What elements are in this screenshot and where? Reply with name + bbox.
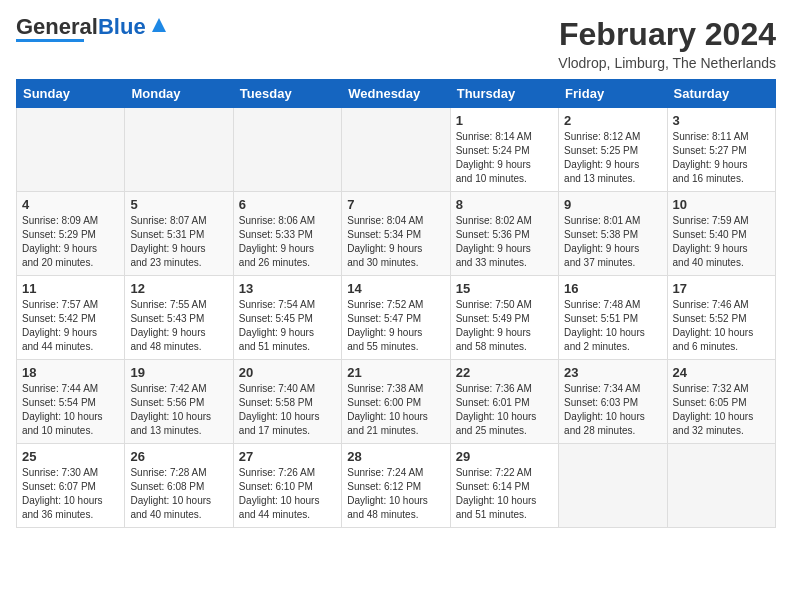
calendar-week-row: 4Sunrise: 8:09 AM Sunset: 5:29 PM Daylig… [17, 192, 776, 276]
day-info: Sunrise: 8:07 AM Sunset: 5:31 PM Dayligh… [130, 214, 227, 270]
day-info: Sunrise: 7:32 AM Sunset: 6:05 PM Dayligh… [673, 382, 770, 438]
day-info: Sunrise: 8:12 AM Sunset: 5:25 PM Dayligh… [564, 130, 661, 186]
calendar-cell [233, 108, 341, 192]
day-number: 16 [564, 281, 661, 296]
calendar-cell: 19Sunrise: 7:42 AM Sunset: 5:56 PM Dayli… [125, 360, 233, 444]
day-info: Sunrise: 7:52 AM Sunset: 5:47 PM Dayligh… [347, 298, 444, 354]
page-header: GeneralBlue February 2024 Vlodrop, Limbu… [16, 16, 776, 71]
day-info: Sunrise: 8:11 AM Sunset: 5:27 PM Dayligh… [673, 130, 770, 186]
day-number: 10 [673, 197, 770, 212]
title-block: February 2024 Vlodrop, Limburg, The Neth… [558, 16, 776, 71]
day-of-week-header: Saturday [667, 80, 775, 108]
logo: GeneralBlue [16, 16, 170, 42]
day-info: Sunrise: 7:46 AM Sunset: 5:52 PM Dayligh… [673, 298, 770, 354]
day-number: 20 [239, 365, 336, 380]
day-number: 4 [22, 197, 119, 212]
day-number: 17 [673, 281, 770, 296]
calendar-cell: 29Sunrise: 7:22 AM Sunset: 6:14 PM Dayli… [450, 444, 558, 528]
calendar-header-row: SundayMondayTuesdayWednesdayThursdayFrid… [17, 80, 776, 108]
day-info: Sunrise: 8:09 AM Sunset: 5:29 PM Dayligh… [22, 214, 119, 270]
calendar-cell: 20Sunrise: 7:40 AM Sunset: 5:58 PM Dayli… [233, 360, 341, 444]
calendar-cell [559, 444, 667, 528]
day-info: Sunrise: 7:59 AM Sunset: 5:40 PM Dayligh… [673, 214, 770, 270]
calendar-cell: 9Sunrise: 8:01 AM Sunset: 5:38 PM Daylig… [559, 192, 667, 276]
day-info: Sunrise: 7:22 AM Sunset: 6:14 PM Dayligh… [456, 466, 553, 522]
day-number: 24 [673, 365, 770, 380]
day-info: Sunrise: 7:57 AM Sunset: 5:42 PM Dayligh… [22, 298, 119, 354]
day-number: 23 [564, 365, 661, 380]
logo-arrow-icon [148, 14, 170, 36]
calendar-table: SundayMondayTuesdayWednesdayThursdayFrid… [16, 79, 776, 528]
day-number: 18 [22, 365, 119, 380]
day-of-week-header: Monday [125, 80, 233, 108]
calendar-cell: 28Sunrise: 7:24 AM Sunset: 6:12 PM Dayli… [342, 444, 450, 528]
calendar-cell: 15Sunrise: 7:50 AM Sunset: 5:49 PM Dayli… [450, 276, 558, 360]
day-info: Sunrise: 7:26 AM Sunset: 6:10 PM Dayligh… [239, 466, 336, 522]
day-of-week-header: Wednesday [342, 80, 450, 108]
day-number: 22 [456, 365, 553, 380]
calendar-cell [125, 108, 233, 192]
logo-bar [16, 39, 84, 42]
day-number: 8 [456, 197, 553, 212]
day-number: 29 [456, 449, 553, 464]
day-info: Sunrise: 7:44 AM Sunset: 5:54 PM Dayligh… [22, 382, 119, 438]
svg-marker-0 [152, 18, 166, 32]
day-info: Sunrise: 8:14 AM Sunset: 5:24 PM Dayligh… [456, 130, 553, 186]
calendar-week-row: 1Sunrise: 8:14 AM Sunset: 5:24 PM Daylig… [17, 108, 776, 192]
day-number: 6 [239, 197, 336, 212]
calendar-cell: 24Sunrise: 7:32 AM Sunset: 6:05 PM Dayli… [667, 360, 775, 444]
day-info: Sunrise: 7:34 AM Sunset: 6:03 PM Dayligh… [564, 382, 661, 438]
calendar-cell: 16Sunrise: 7:48 AM Sunset: 5:51 PM Dayli… [559, 276, 667, 360]
day-number: 28 [347, 449, 444, 464]
day-info: Sunrise: 7:54 AM Sunset: 5:45 PM Dayligh… [239, 298, 336, 354]
calendar-week-row: 18Sunrise: 7:44 AM Sunset: 5:54 PM Dayli… [17, 360, 776, 444]
day-number: 13 [239, 281, 336, 296]
calendar-cell [17, 108, 125, 192]
calendar-cell: 14Sunrise: 7:52 AM Sunset: 5:47 PM Dayli… [342, 276, 450, 360]
calendar-cell: 5Sunrise: 8:07 AM Sunset: 5:31 PM Daylig… [125, 192, 233, 276]
day-number: 11 [22, 281, 119, 296]
calendar-cell: 21Sunrise: 7:38 AM Sunset: 6:00 PM Dayli… [342, 360, 450, 444]
month-year: February 2024 [558, 16, 776, 53]
location: Vlodrop, Limburg, The Netherlands [558, 55, 776, 71]
calendar-cell: 7Sunrise: 8:04 AM Sunset: 5:34 PM Daylig… [342, 192, 450, 276]
day-number: 27 [239, 449, 336, 464]
day-info: Sunrise: 7:42 AM Sunset: 5:56 PM Dayligh… [130, 382, 227, 438]
day-of-week-header: Tuesday [233, 80, 341, 108]
day-number: 25 [22, 449, 119, 464]
day-info: Sunrise: 7:36 AM Sunset: 6:01 PM Dayligh… [456, 382, 553, 438]
calendar-cell [667, 444, 775, 528]
day-info: Sunrise: 7:30 AM Sunset: 6:07 PM Dayligh… [22, 466, 119, 522]
day-info: Sunrise: 7:55 AM Sunset: 5:43 PM Dayligh… [130, 298, 227, 354]
day-number: 21 [347, 365, 444, 380]
day-info: Sunrise: 7:24 AM Sunset: 6:12 PM Dayligh… [347, 466, 444, 522]
calendar-week-row: 25Sunrise: 7:30 AM Sunset: 6:07 PM Dayli… [17, 444, 776, 528]
day-info: Sunrise: 7:38 AM Sunset: 6:00 PM Dayligh… [347, 382, 444, 438]
day-number: 26 [130, 449, 227, 464]
day-info: Sunrise: 8:02 AM Sunset: 5:36 PM Dayligh… [456, 214, 553, 270]
calendar-cell: 11Sunrise: 7:57 AM Sunset: 5:42 PM Dayli… [17, 276, 125, 360]
calendar-cell: 25Sunrise: 7:30 AM Sunset: 6:07 PM Dayli… [17, 444, 125, 528]
day-info: Sunrise: 8:04 AM Sunset: 5:34 PM Dayligh… [347, 214, 444, 270]
calendar-cell: 2Sunrise: 8:12 AM Sunset: 5:25 PM Daylig… [559, 108, 667, 192]
day-number: 5 [130, 197, 227, 212]
calendar-cell: 8Sunrise: 8:02 AM Sunset: 5:36 PM Daylig… [450, 192, 558, 276]
day-number: 2 [564, 113, 661, 128]
day-number: 3 [673, 113, 770, 128]
calendar-cell [342, 108, 450, 192]
calendar-cell: 1Sunrise: 8:14 AM Sunset: 5:24 PM Daylig… [450, 108, 558, 192]
day-number: 12 [130, 281, 227, 296]
calendar-cell: 17Sunrise: 7:46 AM Sunset: 5:52 PM Dayli… [667, 276, 775, 360]
day-number: 9 [564, 197, 661, 212]
day-of-week-header: Friday [559, 80, 667, 108]
day-info: Sunrise: 7:48 AM Sunset: 5:51 PM Dayligh… [564, 298, 661, 354]
day-info: Sunrise: 7:28 AM Sunset: 6:08 PM Dayligh… [130, 466, 227, 522]
calendar-cell: 3Sunrise: 8:11 AM Sunset: 5:27 PM Daylig… [667, 108, 775, 192]
day-info: Sunrise: 8:01 AM Sunset: 5:38 PM Dayligh… [564, 214, 661, 270]
calendar-cell: 6Sunrise: 8:06 AM Sunset: 5:33 PM Daylig… [233, 192, 341, 276]
calendar-cell: 22Sunrise: 7:36 AM Sunset: 6:01 PM Dayli… [450, 360, 558, 444]
calendar-cell: 4Sunrise: 8:09 AM Sunset: 5:29 PM Daylig… [17, 192, 125, 276]
day-info: Sunrise: 8:06 AM Sunset: 5:33 PM Dayligh… [239, 214, 336, 270]
day-of-week-header: Sunday [17, 80, 125, 108]
calendar-cell: 27Sunrise: 7:26 AM Sunset: 6:10 PM Dayli… [233, 444, 341, 528]
